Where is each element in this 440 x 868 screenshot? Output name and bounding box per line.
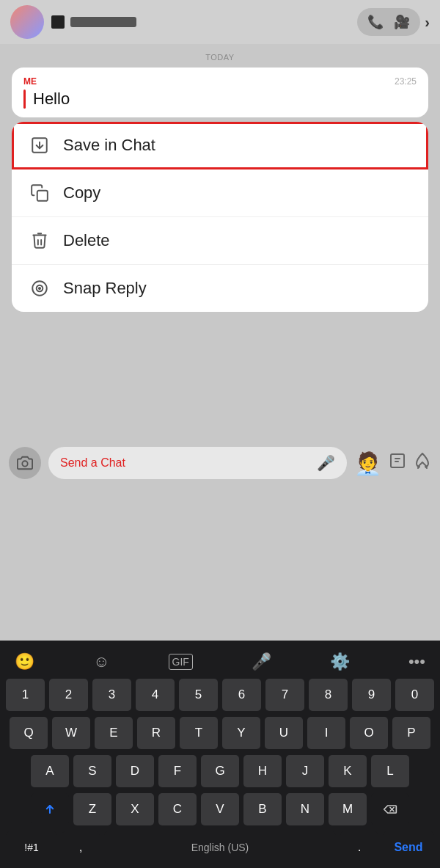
save-in-chat-icon [29, 135, 50, 156]
key-2[interactable]: 2 [49, 679, 88, 711]
mic-icon[interactable]: 🎤 [317, 454, 335, 472]
message-time: 23:25 [395, 76, 417, 87]
delete-label: Delete [63, 231, 110, 250]
red-bar [23, 90, 26, 109]
key-8[interactable]: 8 [309, 679, 348, 711]
key-0[interactable]: 0 [395, 679, 434, 711]
key-r[interactable]: R [137, 717, 175, 749]
key-l[interactable]: L [371, 755, 409, 787]
emoji-sticker-icon[interactable]: 🙂 [15, 652, 34, 671]
key-4[interactable]: 4 [136, 679, 175, 711]
key-6[interactable]: 6 [222, 679, 261, 711]
key-1[interactable]: 1 [6, 679, 45, 711]
key-m[interactable]: M [329, 793, 367, 825]
key-z[interactable]: Z [73, 793, 111, 825]
key-s[interactable]: S [73, 755, 111, 787]
send-key[interactable]: Send [383, 831, 434, 864]
key-w[interactable]: W [52, 717, 90, 749]
message-wrapper: ME 23:25 Hello [12, 68, 428, 117]
input-bar: Send a Chat 🎤 🧑‍💼 [0, 440, 440, 486]
svg-point-6 [22, 461, 27, 466]
message-text: Hello [33, 90, 70, 109]
period-key[interactable]: . [340, 831, 378, 864]
key-v[interactable]: V [201, 793, 239, 825]
header-actions-pill: 📞 🎥 [357, 8, 420, 36]
header-square [51, 15, 65, 29]
chat-input-placeholder: Send a Chat [60, 456, 311, 470]
key-c[interactable]: C [158, 793, 197, 825]
copy-label: Copy [63, 183, 100, 203]
video-icon[interactable]: 🎥 [394, 14, 410, 30]
key-b[interactable]: B [243, 793, 282, 825]
key-j[interactable]: J [286, 755, 324, 787]
key-y[interactable]: Y [222, 717, 260, 749]
asdf-row: A S D F G H J K L [6, 755, 434, 787]
chat-area: TODAY ME 23:25 Hello Save in Ch [0, 44, 440, 322]
number-switch-key[interactable]: !#1 [6, 831, 57, 864]
key-5[interactable]: 5 [179, 679, 218, 711]
key-n[interactable]: N [286, 793, 324, 825]
context-save-in-chat[interactable]: Save in Chat [12, 122, 428, 169]
qwerty-row: Q W E R T Y U I O P [6, 717, 434, 749]
chevron-right-icon[interactable]: › [425, 14, 430, 31]
phone-icon[interactable]: 📞 [367, 14, 384, 30]
header-name-block [51, 15, 350, 29]
snap-reply-icon [29, 278, 50, 299]
sticker-area: 🧑‍💼 [354, 451, 431, 476]
key-p[interactable]: P [392, 717, 430, 749]
settings-icon[interactable]: ⚙️ [330, 652, 350, 671]
more-icon[interactable]: ••• [408, 652, 425, 671]
context-copy[interactable]: Copy [12, 169, 428, 217]
camera-button[interactable] [9, 447, 41, 479]
key-i[interactable]: I [307, 717, 345, 749]
key-3[interactable]: 3 [92, 679, 131, 711]
message-card: ME 23:25 Hello [12, 68, 428, 117]
sticker-bitmoji[interactable]: 🧑‍💼 [354, 451, 381, 476]
key-u[interactable]: U [265, 717, 303, 749]
context-delete[interactable]: Delete [12, 217, 428, 265]
key-q[interactable]: Q [10, 717, 48, 749]
svg-rect-2 [37, 191, 48, 201]
today-label: TODAY [12, 53, 428, 62]
key-9[interactable]: 9 [352, 679, 391, 711]
chat-input-pill[interactable]: Send a Chat 🎤 [48, 447, 347, 479]
snap-reply-label: Snap Reply [63, 279, 147, 298]
key-k[interactable]: K [329, 755, 367, 787]
rocket-icon[interactable] [414, 452, 431, 474]
space-key[interactable]: English (US) [104, 831, 336, 864]
key-x[interactable]: X [116, 793, 154, 825]
keyboard-toolbar: 🙂 ☺ GIF 🎤 ⚙️ ••• [3, 646, 437, 679]
header-icons: 📞 🎥 › [357, 8, 430, 36]
microphone-icon[interactable]: 🎤 [252, 652, 271, 671]
emoji-icon[interactable]: ☺ [93, 652, 109, 671]
sticker-card-icon[interactable] [389, 452, 406, 474]
message-sender: ME [23, 76, 37, 87]
copy-icon [29, 183, 50, 203]
avatar [10, 5, 44, 39]
header-name-bar [70, 17, 136, 27]
bottom-row: !#1 , English (US) . Send [6, 831, 434, 864]
zxcv-row: Z X C V B N M [6, 793, 434, 825]
delete-icon [29, 230, 50, 251]
comma-key[interactable]: , [62, 831, 100, 864]
context-snap-reply[interactable]: Snap Reply [12, 265, 428, 312]
backspace-key[interactable] [371, 793, 409, 825]
save-in-chat-label: Save in Chat [63, 136, 155, 155]
message-header: ME 23:25 [23, 76, 417, 87]
keyboard: 🙂 ☺ GIF 🎤 ⚙️ ••• 1 2 3 4 5 6 7 8 9 0 Q W… [0, 641, 440, 868]
key-o[interactable]: O [350, 717, 388, 749]
gif-icon[interactable]: GIF [169, 654, 193, 670]
number-row: 1 2 3 4 5 6 7 8 9 0 [6, 679, 434, 711]
key-g[interactable]: G [201, 755, 239, 787]
header: 📞 🎥 › [0, 0, 440, 44]
key-d[interactable]: D [116, 755, 154, 787]
key-h[interactable]: H [243, 755, 282, 787]
key-f[interactable]: F [158, 755, 197, 787]
keyboard-rows: 1 2 3 4 5 6 7 8 9 0 Q W E R T Y U I O P … [3, 679, 437, 864]
key-e[interactable]: E [95, 717, 133, 749]
key-t[interactable]: T [180, 717, 218, 749]
key-a[interactable]: A [31, 755, 69, 787]
context-menu: Save in Chat Copy Delete [12, 122, 428, 312]
shift-key[interactable] [31, 793, 69, 825]
key-7[interactable]: 7 [265, 679, 304, 711]
